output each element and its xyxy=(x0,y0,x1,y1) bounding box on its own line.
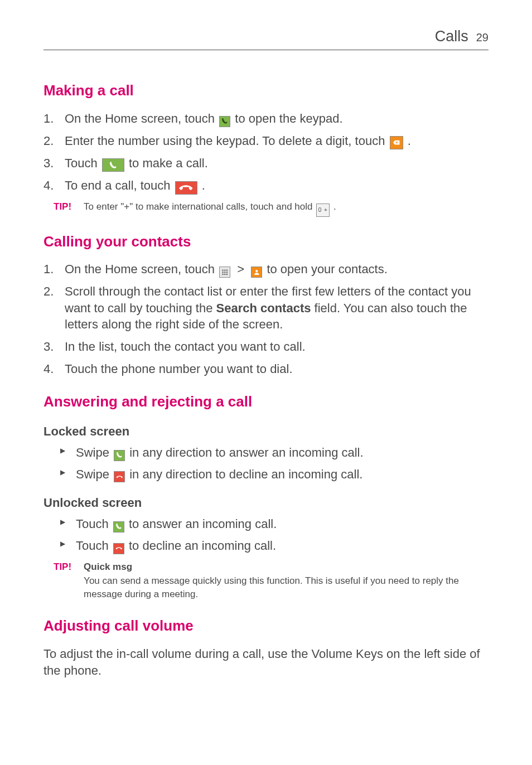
svg-rect-1 xyxy=(224,269,225,270)
step-1: 1. On the Home screen, touch to open the… xyxy=(43,110,489,127)
text: Swipe xyxy=(76,446,113,459)
heading-answering-rejecting: Answering and rejecting a call xyxy=(43,393,489,411)
step-4: 4. To end a call, touch . xyxy=(43,177,489,194)
text: . xyxy=(333,201,336,212)
apps-grid-icon xyxy=(219,267,230,278)
svg-rect-8 xyxy=(226,274,228,275)
heading-calling-contacts: Calling your contacts xyxy=(43,233,489,251)
unlocked-bullets: Touch to answer an incoming call. Touch … xyxy=(43,516,489,555)
zero-key-icon: 0 + xyxy=(316,204,330,217)
phone-icon xyxy=(219,116,230,127)
step-marker: 4. xyxy=(43,361,54,377)
heading-making-a-call: Making a call xyxy=(43,81,489,100)
step-marker: 1. xyxy=(43,110,54,127)
text: Touch xyxy=(76,517,112,531)
svg-rect-6 xyxy=(222,274,223,275)
bold-text: Search contacts xyxy=(216,301,311,315)
text: in any direction to decline an incoming … xyxy=(129,467,362,481)
subheading-unlocked: Unlocked screen xyxy=(43,495,489,511)
chevron-right-icon: > xyxy=(237,262,244,276)
end-call-icon xyxy=(175,181,197,195)
text: . xyxy=(202,178,205,192)
step-2: 2. Scroll through the contact list or en… xyxy=(43,283,489,333)
tip-text: Quick msg You can send a message quickly… xyxy=(84,560,489,601)
step-marker: 3. xyxy=(43,155,54,172)
step-marker: 4. xyxy=(43,177,54,194)
text: To enter "+" to make international calls… xyxy=(84,201,315,212)
text: Touch the phone number you want to dial. xyxy=(65,362,293,376)
tip-label: TIP! xyxy=(54,200,71,217)
svg-rect-0 xyxy=(222,269,223,270)
step-2: 2. Enter the number using the keypad. To… xyxy=(43,133,489,149)
text: Enter the number using the keypad. To de… xyxy=(65,134,389,148)
decline-icon xyxy=(113,543,124,554)
call-icon xyxy=(102,158,124,172)
text: Touch xyxy=(76,539,112,553)
answer-icon xyxy=(114,450,125,461)
step-marker: 2. xyxy=(43,133,54,149)
text: Touch xyxy=(65,156,101,170)
text: to open the keypad. xyxy=(235,112,342,125)
svg-rect-7 xyxy=(224,274,225,275)
step-4: 4. Touch the phone number you want to di… xyxy=(43,361,489,377)
text: On the Home screen, touch xyxy=(65,262,218,276)
answer-icon xyxy=(113,521,124,532)
subheading-locked: Locked screen xyxy=(43,424,489,440)
page-header: Calls 29 xyxy=(43,27,489,50)
tip-text: To enter "+" to make international calls… xyxy=(84,200,489,217)
text: to make a call. xyxy=(129,156,208,170)
backspace-icon xyxy=(390,136,403,149)
svg-rect-4 xyxy=(224,272,225,273)
text: to answer an incoming call. xyxy=(129,517,277,531)
text: in any direction to answer an incoming c… xyxy=(129,446,363,459)
step-marker: 2. xyxy=(43,283,54,300)
step-3: 3. In the list, touch the contact you wa… xyxy=(43,338,489,355)
text: On the Home screen, touch xyxy=(65,112,218,125)
page-number: 29 xyxy=(476,30,489,45)
text: to decline an incoming call. xyxy=(129,539,276,553)
tip-quick-msg: TIP! Quick msg You can send a message qu… xyxy=(54,560,489,601)
text: to open your contacts. xyxy=(267,262,387,276)
volume-body: To adjust the in-call volume during a ca… xyxy=(43,646,489,679)
text: . xyxy=(408,134,411,148)
svg-rect-2 xyxy=(226,269,228,270)
section-title: Calls xyxy=(435,27,468,46)
text: In the list, touch the contact you want … xyxy=(65,340,306,354)
svg-rect-3 xyxy=(222,272,223,273)
step-marker: 3. xyxy=(43,338,54,355)
tip-body-text: You can send a message quickly using thi… xyxy=(84,575,459,599)
contacts-icon xyxy=(251,267,262,278)
making-call-steps: 1. On the Home screen, touch to open the… xyxy=(43,110,489,195)
bullet-decline: Swipe in any direction to decline an inc… xyxy=(60,466,489,483)
step-marker: 1. xyxy=(43,261,54,278)
locked-bullets: Swipe in any direction to answer an inco… xyxy=(43,444,489,483)
bullet-answer: Swipe in any direction to answer an inco… xyxy=(60,444,489,462)
tip-title: Quick msg xyxy=(84,560,489,574)
tip-label: TIP! xyxy=(54,560,71,601)
decline-icon xyxy=(114,471,125,482)
step-3: 3. Touch to make a call. xyxy=(43,155,489,172)
heading-adjusting-volume: Adjusting call volume xyxy=(43,617,489,636)
text: To end a call, touch xyxy=(65,178,174,192)
step-1: 1. On the Home screen, touch > to open y… xyxy=(43,261,489,278)
bullet-decline: Touch to decline an incoming call. xyxy=(60,538,489,555)
svg-rect-5 xyxy=(226,272,228,273)
bullet-answer: Touch to answer an incoming call. xyxy=(60,516,489,533)
text: Swipe xyxy=(76,467,113,481)
calling-contacts-steps: 1. On the Home screen, touch > to open y… xyxy=(43,261,489,377)
tip-international: TIP! To enter "+" to make international … xyxy=(54,200,489,217)
